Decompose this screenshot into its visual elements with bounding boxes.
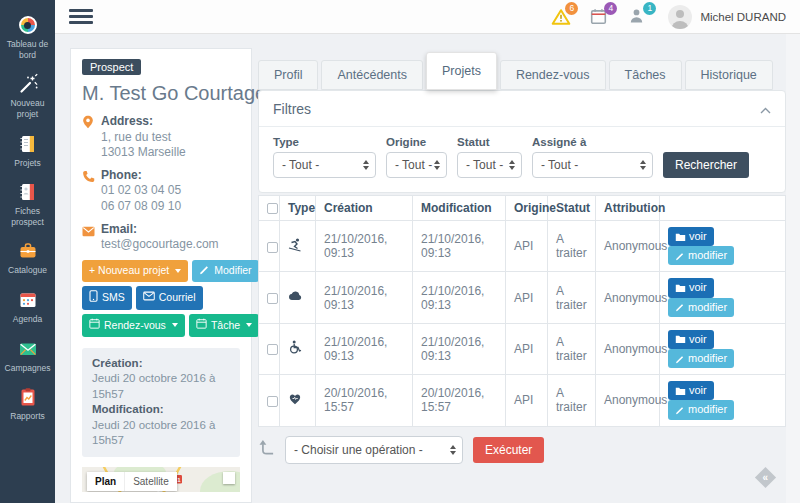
- col-creation: Création: [316, 196, 413, 221]
- cell-statut: A traiter: [548, 272, 596, 323]
- prospect-file-icon: [17, 181, 39, 203]
- voir-button[interactable]: voir: [668, 330, 714, 349]
- modifier-row-button[interactable]: modifier: [668, 349, 734, 368]
- filter-statut-value: - Tout -: [466, 158, 503, 172]
- filter-origine-label: Origine: [386, 136, 447, 148]
- modifier-row-button[interactable]: modifier: [668, 400, 734, 419]
- voir-label: voir: [689, 333, 707, 346]
- col-modification: Modification: [413, 196, 506, 221]
- calendar-icon: [590, 11, 607, 28]
- chevron-down-icon: [246, 323, 252, 327]
- select-stepper-icon: [434, 160, 441, 170]
- row-checkbox[interactable]: [267, 242, 278, 253]
- email-value: test@gocourtage.com: [101, 237, 240, 253]
- executer-button[interactable]: Exécuter: [473, 437, 544, 463]
- sidebar-item-label: Catalogue: [6, 265, 49, 276]
- sidebar-item-label: Rapports: [8, 411, 47, 422]
- courriel-label: Courriel: [159, 291, 196, 305]
- tache-button[interactable]: Tâche: [189, 314, 259, 337]
- map[interactable]: A51 A7 A51 A8 A52 A55 Aix-en-Provence Sa…: [82, 467, 240, 492]
- sidebar: Tableau de bord Nouveau projet Projets F…: [0, 0, 55, 503]
- modifier-button[interactable]: Modifier: [192, 260, 258, 283]
- collapse-corner-button[interactable]: «: [755, 467, 776, 488]
- rendez-vous-button[interactable]: Rendez-vous: [82, 314, 185, 337]
- cell-attribution: Anonymous: [596, 375, 660, 426]
- cell-modification: 21/10/2016, 09:13: [413, 221, 506, 272]
- cell-origine: API: [506, 323, 548, 374]
- voir-button[interactable]: voir: [668, 227, 714, 246]
- messages-notification-button[interactable]: 1: [629, 8, 649, 26]
- alerts-notification-button[interactable]: 6: [551, 8, 571, 26]
- filter-statut: Statut - Tout -: [457, 136, 522, 178]
- row-checkbox[interactable]: [267, 396, 278, 407]
- calendar-icon: [196, 318, 207, 333]
- filter-assigne-label: Assigné à: [532, 136, 653, 148]
- sidebar-item-tableau-de-bord[interactable]: Tableau de bord: [0, 14, 55, 60]
- sidebar-item-label: Tableau de bord: [0, 39, 55, 60]
- sidebar-item-catalogue[interactable]: Catalogue: [0, 240, 55, 276]
- filter-type-select[interactable]: - Tout -: [273, 152, 376, 178]
- modification-value: Jeudi 20 octobre 2016 à 15h57: [92, 418, 230, 449]
- tasks-notification-button[interactable]: 4: [590, 8, 610, 26]
- row-checkbox[interactable]: [267, 293, 278, 304]
- filter-origine-select[interactable]: - Tout -: [386, 152, 447, 178]
- tab-rendez-vous[interactable]: Rendez-vous: [500, 60, 606, 90]
- filter-assigne-select[interactable]: - Tout -: [532, 152, 653, 178]
- phone-line: 01 02 03 04 05: [101, 183, 240, 199]
- sidebar-item-nouveau-projet[interactable]: Nouveau projet: [0, 73, 55, 119]
- voir-label: voir: [689, 281, 707, 294]
- pencil-icon: [199, 264, 210, 279]
- address-line: 1, rue du test: [101, 130, 240, 146]
- map-plan-button[interactable]: Plan: [87, 472, 124, 491]
- tab-taches[interactable]: Tâches: [609, 60, 682, 90]
- modifier-label: modifier: [688, 352, 727, 365]
- sidebar-item-fiches-prospect[interactable]: Fiches prospect: [0, 181, 55, 227]
- sidebar-item-rapports[interactable]: Rapports: [0, 386, 55, 422]
- creation-value: Jeudi 20 octobre 2016 à 15h57: [92, 371, 230, 402]
- sidebar-item-agenda[interactable]: Agenda: [0, 289, 55, 325]
- modifier-row-button[interactable]: modifier: [668, 246, 734, 265]
- map-fullscreen-button[interactable]: [223, 472, 235, 484]
- tab-bar: Profil Antécédents Projets Rendez-vous T…: [258, 52, 776, 90]
- menu-toggle-button[interactable]: [69, 6, 93, 27]
- modifier-label: modifier: [688, 249, 727, 262]
- voir-button[interactable]: voir: [668, 278, 714, 297]
- select-all-checkbox[interactable]: [267, 203, 278, 214]
- modifier-row-button[interactable]: modifier: [668, 298, 734, 317]
- sidebar-item-campagnes[interactable]: Campagnes: [0, 338, 55, 374]
- tab-projets[interactable]: Projets: [426, 52, 497, 90]
- filter-statut-select[interactable]: - Tout -: [457, 152, 522, 178]
- sidebar-item-projets[interactable]: Projets: [0, 133, 55, 169]
- nouveau-projet-button[interactable]: + Nouveau projet: [82, 260, 188, 283]
- voir-button[interactable]: voir: [668, 381, 714, 400]
- report-icon: [17, 386, 39, 408]
- sms-button[interactable]: SMS: [82, 286, 132, 310]
- tasks-count-badge: 4: [604, 2, 617, 15]
- collapse-chevron-icon[interactable]: [760, 100, 771, 118]
- filter-assigne: Assigné à - Tout -: [532, 136, 653, 178]
- tab-antecedents[interactable]: Antécédents: [321, 60, 423, 90]
- alerts-count-badge: 6: [565, 2, 578, 15]
- map-satellite-button[interactable]: Satellite: [124, 472, 177, 491]
- sidebar-item-label: Campagnes: [3, 363, 53, 374]
- filters-title: Filtres: [273, 101, 311, 117]
- user-menu[interactable]: Michel DURAND: [668, 5, 786, 29]
- skier-icon: [288, 241, 302, 255]
- operation-select[interactable]: - Choisir une opération -: [285, 436, 463, 464]
- map-type-control: Plan Satellite: [87, 472, 177, 491]
- modifier-label: modifier: [688, 301, 727, 314]
- projects-table: Type Création Modification Origine Statu…: [258, 195, 786, 427]
- wheelchair-icon: [288, 343, 302, 357]
- filters-panel: Filtres Type - Tout - Origine - Tout - S…: [258, 90, 786, 193]
- rechercher-button[interactable]: Rechercher: [663, 152, 749, 178]
- level-up-arrow-icon: [258, 439, 275, 460]
- cell-modification: 20/10/2016, 15:57: [413, 375, 506, 426]
- row-checkbox[interactable]: [267, 344, 278, 355]
- filter-statut-label: Statut: [457, 136, 522, 148]
- cell-modification: 21/10/2016, 09:13: [413, 323, 506, 374]
- courriel-button[interactable]: Courriel: [136, 286, 203, 310]
- tab-profil[interactable]: Profil: [258, 60, 318, 90]
- cloud-icon: [288, 292, 302, 306]
- tab-historique[interactable]: Historique: [685, 60, 773, 90]
- calendar-icon: [17, 289, 39, 311]
